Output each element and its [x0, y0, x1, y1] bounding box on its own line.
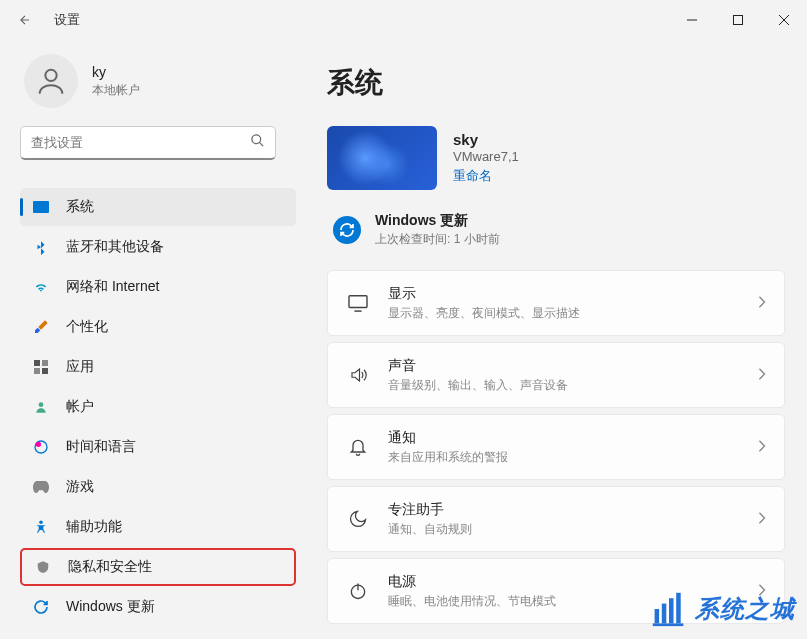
search-box[interactable]	[20, 126, 276, 160]
user-card[interactable]: ky 本地帐户	[20, 46, 305, 126]
card-subtitle: 音量级别、输出、输入、声音设备	[388, 377, 758, 394]
svg-line-4	[259, 142, 263, 146]
card-title: 专注助手	[388, 501, 758, 519]
card-title: 通知	[388, 429, 758, 447]
card-focus-assist[interactable]: 专注助手通知、自动规则	[327, 486, 785, 552]
sidebar-item-windows-update[interactable]: Windows 更新	[20, 588, 296, 626]
card-subtitle: 通知、自动规则	[388, 521, 758, 538]
search-input[interactable]	[31, 135, 250, 150]
user-name: ky	[92, 64, 140, 80]
sidebar-item-accounts[interactable]: 帐户	[20, 388, 296, 426]
wifi-icon	[32, 278, 50, 296]
sidebar-item-label: Windows 更新	[66, 598, 155, 616]
rename-link[interactable]: 重命名	[453, 167, 519, 185]
svg-point-10	[39, 402, 44, 407]
sound-icon	[342, 366, 374, 384]
card-notifications[interactable]: 通知来自应用和系统的警报	[327, 414, 785, 480]
sidebar-item-label: 时间和语言	[66, 438, 136, 456]
sync-icon	[333, 216, 361, 244]
watermark-text: 系统之城	[695, 593, 795, 625]
update-title: Windows 更新	[375, 212, 500, 230]
svg-rect-22	[653, 623, 684, 626]
sidebar-item-accessibility[interactable]: 辅助功能	[20, 508, 296, 546]
accessibility-icon	[32, 518, 50, 536]
display-icon	[342, 294, 374, 312]
svg-point-2	[45, 70, 56, 81]
sidebar-item-label: 网络和 Internet	[66, 278, 159, 296]
user-account-type: 本地帐户	[92, 82, 140, 99]
content-area: 系统 sky VMware7,1 重命名 Windows 更新 上次检查时间: …	[305, 40, 807, 639]
power-icon	[342, 581, 374, 601]
chevron-right-icon	[758, 510, 766, 528]
titlebar: 设置	[0, 0, 807, 40]
shield-icon	[34, 558, 52, 576]
svg-rect-9	[42, 368, 48, 374]
chevron-right-icon	[758, 366, 766, 384]
sidebar-item-bluetooth[interactable]: 蓝牙和其他设备	[20, 228, 296, 266]
paintbrush-icon	[32, 318, 50, 336]
svg-rect-14	[349, 296, 367, 308]
svg-rect-7	[42, 360, 48, 366]
svg-rect-20	[669, 598, 674, 623]
minimize-button[interactable]	[669, 4, 715, 36]
sidebar-item-system[interactable]: 系统	[20, 188, 296, 226]
back-button[interactable]	[10, 5, 40, 35]
sidebar-nav: 系统 蓝牙和其他设备 网络和 Internet 个性化 应用 帐户	[20, 188, 296, 626]
window-controls	[669, 4, 807, 36]
device-thumbnail[interactable]	[327, 126, 437, 190]
device-name: sky	[453, 131, 519, 148]
close-button[interactable]	[761, 4, 807, 36]
chevron-right-icon	[758, 294, 766, 312]
svg-rect-8	[34, 368, 40, 374]
search-icon	[250, 133, 265, 152]
card-subtitle: 来自应用和系统的警报	[388, 449, 758, 466]
card-title: 显示	[388, 285, 758, 303]
sidebar-item-label: 蓝牙和其他设备	[66, 238, 164, 256]
sidebar-item-gaming[interactable]: 游戏	[20, 468, 296, 506]
svg-rect-1	[734, 16, 743, 25]
svg-point-13	[39, 521, 43, 525]
card-title: 电源	[388, 573, 758, 591]
sidebar-item-label: 系统	[66, 198, 94, 216]
page-title: 系统	[327, 64, 785, 102]
svg-rect-18	[655, 609, 660, 623]
card-display[interactable]: 显示显示器、亮度、夜间模式、显示描述	[327, 270, 785, 336]
card-subtitle: 显示器、亮度、夜间模式、显示描述	[388, 305, 758, 322]
gamepad-icon	[32, 478, 50, 496]
maximize-button[interactable]	[715, 4, 761, 36]
watermark: 系统之城	[651, 591, 795, 627]
svg-point-12	[36, 442, 41, 447]
sidebar-item-label: 个性化	[66, 318, 108, 336]
watermark-logo-icon	[651, 591, 687, 627]
apps-icon	[32, 358, 50, 376]
bell-icon	[342, 437, 374, 457]
sidebar-item-label: 帐户	[66, 398, 94, 416]
sidebar-item-apps[interactable]: 应用	[20, 348, 296, 386]
window-title: 设置	[54, 11, 80, 29]
update-subtitle: 上次检查时间: 1 小时前	[375, 231, 500, 248]
clock-globe-icon	[32, 438, 50, 456]
card-title: 声音	[388, 357, 758, 375]
svg-rect-19	[662, 604, 667, 624]
svg-rect-5	[33, 201, 49, 213]
sidebar-item-label: 辅助功能	[66, 518, 122, 536]
sidebar-item-label: 隐私和安全性	[68, 558, 152, 576]
system-icon	[32, 198, 50, 216]
sidebar-item-network[interactable]: 网络和 Internet	[20, 268, 296, 306]
sidebar-item-label: 应用	[66, 358, 94, 376]
avatar	[24, 54, 78, 108]
sidebar-item-time-language[interactable]: 时间和语言	[20, 428, 296, 466]
device-info: sky VMware7,1 重命名	[327, 126, 785, 190]
windows-update-status[interactable]: Windows 更新 上次检查时间: 1 小时前	[327, 210, 785, 270]
sidebar-item-privacy-security[interactable]: 隐私和安全性	[20, 548, 296, 586]
svg-rect-21	[676, 593, 681, 624]
sidebar-item-label: 游戏	[66, 478, 94, 496]
person-icon	[32, 398, 50, 416]
sidebar-item-personalization[interactable]: 个性化	[20, 308, 296, 346]
bluetooth-icon	[32, 238, 50, 256]
svg-point-3	[252, 135, 261, 144]
card-sound[interactable]: 声音音量级别、输出、输入、声音设备	[327, 342, 785, 408]
sidebar: ky 本地帐户 系统 蓝牙和其他设备 网络和 Internet	[0, 40, 305, 639]
update-icon	[32, 598, 50, 616]
settings-card-list: 显示显示器、亮度、夜间模式、显示描述 声音音量级别、输出、输入、声音设备 通知来…	[327, 270, 785, 624]
